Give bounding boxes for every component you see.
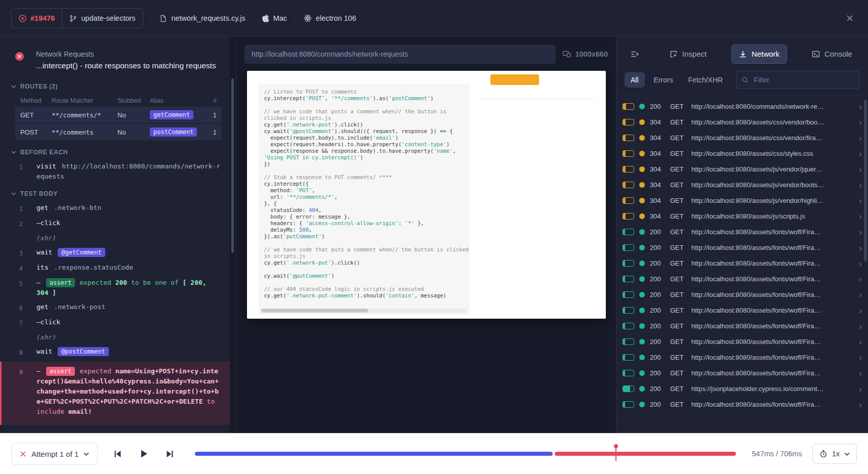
network-request-row[interactable]: 304GEThttp://localhost:8080/assets/js/sc… [616,208,868,224]
waterfall-bar [623,385,634,392]
command-row[interactable]: 4its.response.statusCode [0,261,230,276]
play-icon [139,449,149,459]
run-number[interactable]: #19476 [12,9,62,28]
command-row[interactable]: 8wait@postComment [0,344,230,360]
request-method: GET [670,212,686,220]
command-row[interactable]: 7–click [0,315,230,330]
electron-icon [304,14,312,22]
route-row[interactable]: GET**/comments/*NogetComment1 [15,107,222,123]
devtools-scrollbar-thumb[interactable] [864,100,867,262]
network-request-row[interactable]: 304GEThttp://localhost:8080/assets/css/v… [616,114,868,130]
command-row[interactable]: 9–assertexpected name=Using+POST+in+cy.i… [0,362,230,425]
spec-file[interactable]: network_requests.cy.js [159,14,245,22]
command-log: ✕ Network Requests ...intercept() - rout… [0,37,230,433]
before-each-toggle[interactable]: BEFORE EACH [0,144,230,159]
before-each-heading: BEFORE EACH [20,149,68,156]
network-request-row[interactable]: 304GEThttp://localhost:8080/assets/js/ve… [616,193,868,208]
command-name: get [36,303,48,311]
network-request-row[interactable]: 200GEThttp://localhost:8080/assets/fonts… [616,350,868,365]
branch-label: update-selectors [81,14,135,22]
command-row[interactable]: (xhr) [0,330,230,344]
code-line: cy.intercept('POST', '**/comments').as('… [264,95,464,102]
command-body: –assertexpected name=Using+POST+in+cy.in… [36,366,222,417]
panel-toggle-button[interactable] [625,45,645,64]
inspect-button[interactable]: Inspect [662,45,714,64]
routes-table: Method Route Matcher Stubbed Alias # GET… [15,95,222,140]
chevron-right-icon: › [859,258,862,268]
alias-reference-badge: @postComment [58,347,109,356]
status-dot [639,308,645,313]
os-label: Mac [273,14,287,22]
attempt-selector[interactable]: Attempt 1 of 1 [11,443,98,465]
command-number: 6 [19,302,36,313]
request-status: 304 [650,212,665,220]
close-button[interactable] [843,11,857,25]
code-scrollbar-thumb[interactable] [261,309,368,313]
aut-url-bar[interactable]: http://localhost:8080/commands/network-r… [244,45,556,64]
tab-errors[interactable]: Errors [648,72,679,88]
network-request-row[interactable]: 200GEThttp://localhost:8080/assets/fonts… [616,255,868,271]
network-button[interactable]: Network [731,45,787,64]
skip-forward-button[interactable] [163,447,177,461]
network-request-row[interactable]: 200GEThttp://localhost:8080/assets/fonts… [616,318,868,334]
network-request-row[interactable]: 200GEThttp://localhost:8080/assets/fonts… [616,365,868,381]
command-row[interactable]: 6get.network-post [0,300,230,315]
waterfall-fill [623,182,626,188]
request-status: 200 [650,228,665,236]
filter-input[interactable] [753,75,854,84]
command-row[interactable]: 3wait@getComment [0,245,230,261]
network-request-row[interactable]: 200GEThttps://jsonplaceholder.cypress.io… [616,381,868,397]
devtools-scrollbar[interactable] [864,100,867,431]
playback-controls [111,447,177,461]
route-row[interactable]: POST**/commentsNopostComment1 [15,124,222,140]
request-url: http://localhost:8080/assets/fonts/woff/… [691,228,854,236]
play-button[interactable] [137,447,151,461]
speed-icon [819,450,828,458]
tab-all[interactable]: All [625,72,645,88]
network-request-row[interactable]: 304GEThttp://localhost:8080/assets/css/v… [616,130,868,146]
network-request-row[interactable]: 200GEThttp://localhost:8080/assets/fonts… [616,240,868,255]
request-method: GET [670,322,686,330]
code-line [264,279,464,286]
network-request-row[interactable]: 200GEThttp://localhost:8080/assets/fonts… [616,224,868,240]
spec-file-label: network_requests.cy.js [171,14,245,22]
code-horizontal-scrollbar[interactable] [261,309,467,313]
network-request-row[interactable]: 304GEThttp://localhost:8080/assets/js/ve… [616,177,868,193]
network-request-row[interactable]: 200GEThttp://localhost:8080/assets/fonts… [616,397,868,412]
inspect-label: Inspect [682,50,707,58]
timeline-scrubber[interactable] [195,452,736,456]
tab-fetch-xhr[interactable]: Fetch/XHR [682,72,729,88]
network-request-row[interactable]: 200GEThttp://localhost:8080/commands/net… [616,99,868,114]
network-request-row[interactable]: 200GEThttp://localhost:8080/assets/fonts… [616,334,868,350]
status-dot [639,151,645,156]
request-url: http://localhost:8080/commands/network-r… [691,103,854,110]
status-dot [639,135,645,141]
network-request-row[interactable]: 200GEThttp://localhost:8080/assets/fonts… [616,287,868,303]
waterfall-fill [623,323,625,329]
branch-selector[interactable]: update-selectors [62,9,142,28]
request-url: http://localhost:8080/assets/fonts/woff/… [691,307,854,314]
sidebar-scrollbar[interactable] [230,37,236,433]
network-request-list-container: 200GEThttp://localhost:8080/commands/net… [616,95,868,433]
waterfall-bar [623,244,634,251]
request-url: http://localhost:8080/assets/js/scripts.… [691,212,854,220]
aut-orange-button[interactable] [490,74,539,85]
network-request-row[interactable]: 200GEThttp://localhost:8080/assets/fonts… [616,303,868,318]
command-row[interactable]: (xhr) [0,231,230,245]
routes-section-toggle[interactable]: ROUTES (2) [0,78,230,94]
command-row[interactable]: 1get.network-btn [0,201,230,216]
timeline-playhead[interactable] [615,446,616,461]
playback-speed-selector[interactable]: 1x [812,444,857,464]
test-body-toggle[interactable]: TEST BODY [0,186,230,201]
network-request-row[interactable]: 304GEThttp://localhost:8080/assets/js/ve… [616,161,868,177]
network-request-row[interactable]: 200GEThttp://localhost:8080/assets/fonts… [616,271,868,287]
skip-back-button[interactable] [111,447,125,461]
console-button[interactable]: Console [804,45,860,64]
command-row[interactable]: 2–click [0,216,230,231]
command-number: 1 [19,203,36,214]
request-method: GET [670,165,686,173]
sidebar-scrollbar-thumb[interactable] [231,78,234,253]
command-row[interactable]: 5–assertexpected 200 to be one of [ 200,… [0,276,230,300]
command-row[interactable]: 1visithttp://localhost:8080/commands/net… [0,159,230,184]
network-request-row[interactable]: 304GEThttp://localhost:8080/assets/css/s… [616,146,868,161]
